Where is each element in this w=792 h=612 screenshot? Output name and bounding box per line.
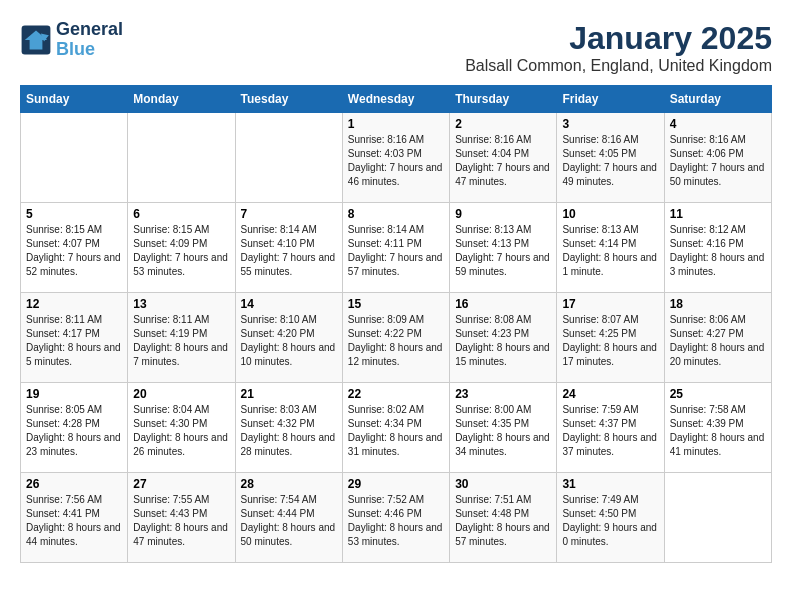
calendar-cell: 26Sunrise: 7:56 AM Sunset: 4:41 PM Dayli… xyxy=(21,473,128,563)
day-info: Sunrise: 8:08 AM Sunset: 4:23 PM Dayligh… xyxy=(455,313,551,369)
day-info: Sunrise: 8:00 AM Sunset: 4:35 PM Dayligh… xyxy=(455,403,551,459)
calendar-cell: 16Sunrise: 8:08 AM Sunset: 4:23 PM Dayli… xyxy=(450,293,557,383)
calendar-cell: 22Sunrise: 8:02 AM Sunset: 4:34 PM Dayli… xyxy=(342,383,449,473)
calendar-cell: 30Sunrise: 7:51 AM Sunset: 4:48 PM Dayli… xyxy=(450,473,557,563)
day-info: Sunrise: 8:02 AM Sunset: 4:34 PM Dayligh… xyxy=(348,403,444,459)
day-info: Sunrise: 8:12 AM Sunset: 4:16 PM Dayligh… xyxy=(670,223,766,279)
logo: General Blue xyxy=(20,20,123,60)
calendar-body: 1Sunrise: 8:16 AM Sunset: 4:03 PM Daylig… xyxy=(21,113,772,563)
calendar-cell: 25Sunrise: 7:58 AM Sunset: 4:39 PM Dayli… xyxy=(664,383,771,473)
logo-icon xyxy=(20,24,52,56)
weekday-header-monday: Monday xyxy=(128,86,235,113)
calendar-cell: 6Sunrise: 8:15 AM Sunset: 4:09 PM Daylig… xyxy=(128,203,235,293)
day-info: Sunrise: 8:05 AM Sunset: 4:28 PM Dayligh… xyxy=(26,403,122,459)
calendar-cell: 31Sunrise: 7:49 AM Sunset: 4:50 PM Dayli… xyxy=(557,473,664,563)
day-info: Sunrise: 8:15 AM Sunset: 4:09 PM Dayligh… xyxy=(133,223,229,279)
calendar-cell: 2Sunrise: 8:16 AM Sunset: 4:04 PM Daylig… xyxy=(450,113,557,203)
day-number: 8 xyxy=(348,207,444,221)
day-info: Sunrise: 8:11 AM Sunset: 4:19 PM Dayligh… xyxy=(133,313,229,369)
calendar-title: January 2025 xyxy=(465,20,772,57)
day-info: Sunrise: 8:09 AM Sunset: 4:22 PM Dayligh… xyxy=(348,313,444,369)
day-info: Sunrise: 7:51 AM Sunset: 4:48 PM Dayligh… xyxy=(455,493,551,549)
day-number: 22 xyxy=(348,387,444,401)
calendar-cell: 4Sunrise: 8:16 AM Sunset: 4:06 PM Daylig… xyxy=(664,113,771,203)
day-number: 14 xyxy=(241,297,337,311)
day-info: Sunrise: 8:06 AM Sunset: 4:27 PM Dayligh… xyxy=(670,313,766,369)
day-info: Sunrise: 8:10 AM Sunset: 4:20 PM Dayligh… xyxy=(241,313,337,369)
day-info: Sunrise: 8:15 AM Sunset: 4:07 PM Dayligh… xyxy=(26,223,122,279)
title-block: January 2025 Balsall Common, England, Un… xyxy=(465,20,772,75)
day-info: Sunrise: 8:13 AM Sunset: 4:13 PM Dayligh… xyxy=(455,223,551,279)
day-number: 12 xyxy=(26,297,122,311)
day-number: 10 xyxy=(562,207,658,221)
day-number: 2 xyxy=(455,117,551,131)
day-info: Sunrise: 7:55 AM Sunset: 4:43 PM Dayligh… xyxy=(133,493,229,549)
day-info: Sunrise: 8:16 AM Sunset: 4:06 PM Dayligh… xyxy=(670,133,766,189)
calendar-cell: 13Sunrise: 8:11 AM Sunset: 4:19 PM Dayli… xyxy=(128,293,235,383)
calendar-cell: 20Sunrise: 8:04 AM Sunset: 4:30 PM Dayli… xyxy=(128,383,235,473)
calendar-cell: 23Sunrise: 8:00 AM Sunset: 4:35 PM Dayli… xyxy=(450,383,557,473)
weekday-header-saturday: Saturday xyxy=(664,86,771,113)
calendar-cell xyxy=(235,113,342,203)
day-number: 13 xyxy=(133,297,229,311)
calendar-cell: 10Sunrise: 8:13 AM Sunset: 4:14 PM Dayli… xyxy=(557,203,664,293)
calendar-cell: 11Sunrise: 8:12 AM Sunset: 4:16 PM Dayli… xyxy=(664,203,771,293)
day-number: 3 xyxy=(562,117,658,131)
day-info: Sunrise: 7:59 AM Sunset: 4:37 PM Dayligh… xyxy=(562,403,658,459)
day-number: 20 xyxy=(133,387,229,401)
calendar-cell: 14Sunrise: 8:10 AM Sunset: 4:20 PM Dayli… xyxy=(235,293,342,383)
day-number: 16 xyxy=(455,297,551,311)
day-number: 7 xyxy=(241,207,337,221)
calendar-cell: 28Sunrise: 7:54 AM Sunset: 4:44 PM Dayli… xyxy=(235,473,342,563)
calendar-cell: 19Sunrise: 8:05 AM Sunset: 4:28 PM Dayli… xyxy=(21,383,128,473)
day-number: 26 xyxy=(26,477,122,491)
day-number: 6 xyxy=(133,207,229,221)
calendar-table: SundayMondayTuesdayWednesdayThursdayFrid… xyxy=(20,85,772,563)
day-number: 27 xyxy=(133,477,229,491)
page-header: General Blue January 2025 Balsall Common… xyxy=(20,20,772,75)
day-number: 29 xyxy=(348,477,444,491)
calendar-cell: 5Sunrise: 8:15 AM Sunset: 4:07 PM Daylig… xyxy=(21,203,128,293)
day-info: Sunrise: 7:58 AM Sunset: 4:39 PM Dayligh… xyxy=(670,403,766,459)
calendar-cell: 15Sunrise: 8:09 AM Sunset: 4:22 PM Dayli… xyxy=(342,293,449,383)
calendar-cell: 8Sunrise: 8:14 AM Sunset: 4:11 PM Daylig… xyxy=(342,203,449,293)
day-info: Sunrise: 8:14 AM Sunset: 4:10 PM Dayligh… xyxy=(241,223,337,279)
day-info: Sunrise: 8:11 AM Sunset: 4:17 PM Dayligh… xyxy=(26,313,122,369)
day-info: Sunrise: 8:16 AM Sunset: 4:04 PM Dayligh… xyxy=(455,133,551,189)
day-number: 17 xyxy=(562,297,658,311)
calendar-subtitle: Balsall Common, England, United Kingdom xyxy=(465,57,772,75)
day-number: 5 xyxy=(26,207,122,221)
day-number: 25 xyxy=(670,387,766,401)
calendar-cell xyxy=(21,113,128,203)
day-info: Sunrise: 7:49 AM Sunset: 4:50 PM Dayligh… xyxy=(562,493,658,549)
weekday-header-friday: Friday xyxy=(557,86,664,113)
day-info: Sunrise: 7:52 AM Sunset: 4:46 PM Dayligh… xyxy=(348,493,444,549)
calendar-cell: 1Sunrise: 8:16 AM Sunset: 4:03 PM Daylig… xyxy=(342,113,449,203)
day-info: Sunrise: 8:04 AM Sunset: 4:30 PM Dayligh… xyxy=(133,403,229,459)
day-number: 19 xyxy=(26,387,122,401)
weekday-header-tuesday: Tuesday xyxy=(235,86,342,113)
week-row-2: 5Sunrise: 8:15 AM Sunset: 4:07 PM Daylig… xyxy=(21,203,772,293)
day-number: 1 xyxy=(348,117,444,131)
calendar-cell: 18Sunrise: 8:06 AM Sunset: 4:27 PM Dayli… xyxy=(664,293,771,383)
calendar-cell: 24Sunrise: 7:59 AM Sunset: 4:37 PM Dayli… xyxy=(557,383,664,473)
week-row-5: 26Sunrise: 7:56 AM Sunset: 4:41 PM Dayli… xyxy=(21,473,772,563)
week-row-1: 1Sunrise: 8:16 AM Sunset: 4:03 PM Daylig… xyxy=(21,113,772,203)
day-number: 30 xyxy=(455,477,551,491)
calendar-cell: 17Sunrise: 8:07 AM Sunset: 4:25 PM Dayli… xyxy=(557,293,664,383)
day-info: Sunrise: 7:56 AM Sunset: 4:41 PM Dayligh… xyxy=(26,493,122,549)
calendar-cell: 7Sunrise: 8:14 AM Sunset: 4:10 PM Daylig… xyxy=(235,203,342,293)
day-info: Sunrise: 8:13 AM Sunset: 4:14 PM Dayligh… xyxy=(562,223,658,279)
logo-text: General Blue xyxy=(56,20,123,60)
day-info: Sunrise: 8:14 AM Sunset: 4:11 PM Dayligh… xyxy=(348,223,444,279)
day-info: Sunrise: 7:54 AM Sunset: 4:44 PM Dayligh… xyxy=(241,493,337,549)
day-number: 28 xyxy=(241,477,337,491)
day-number: 21 xyxy=(241,387,337,401)
day-number: 9 xyxy=(455,207,551,221)
calendar-cell xyxy=(664,473,771,563)
day-info: Sunrise: 8:07 AM Sunset: 4:25 PM Dayligh… xyxy=(562,313,658,369)
calendar-cell xyxy=(128,113,235,203)
calendar-cell: 3Sunrise: 8:16 AM Sunset: 4:05 PM Daylig… xyxy=(557,113,664,203)
week-row-3: 12Sunrise: 8:11 AM Sunset: 4:17 PM Dayli… xyxy=(21,293,772,383)
calendar-cell: 27Sunrise: 7:55 AM Sunset: 4:43 PM Dayli… xyxy=(128,473,235,563)
